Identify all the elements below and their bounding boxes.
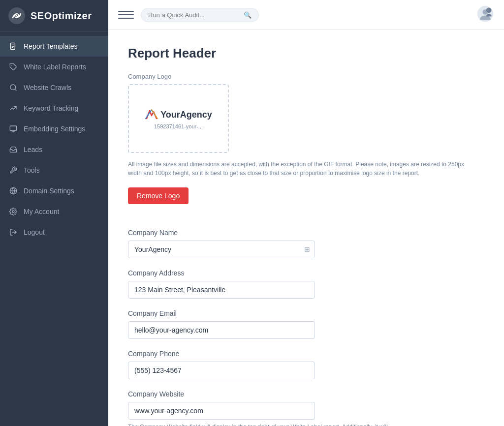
hamburger-line-3 — [118, 18, 134, 19]
log-out-icon — [9, 228, 18, 237]
hamburger-line-1 — [118, 11, 134, 12]
company-phone-group: Company Phone — [128, 350, 472, 379]
sidebar-item-my-account[interactable]: My Account — [0, 201, 108, 222]
company-phone-label: Company Phone — [128, 350, 472, 358]
agency-logo-mark — [145, 108, 158, 122]
sidebar-item-embedding-settings[interactable]: Embedding Settings — [0, 119, 108, 139]
svg-point-18 — [486, 7, 492, 13]
sidebar-label-my-account: My Account — [24, 208, 59, 215]
logo-upload-box[interactable]: YourAgency 1592371461-your-... — [128, 84, 229, 153]
sidebar-nav: Report Templates White Label Reports Web… — [0, 32, 108, 426]
sidebar-label-domain-settings: Domain Settings — [24, 187, 74, 195]
company-name-group: Company Name ⊞ — [128, 229, 472, 258]
globe-icon — [9, 186, 18, 195]
search-icon — [9, 83, 18, 92]
sidebar-item-keyword-tracking[interactable]: Keyword Tracking — [0, 98, 108, 119]
sidebar-logo[interactable]: SEOptimizer — [0, 0, 108, 32]
sidebar-item-leads[interactable]: Leads — [0, 139, 108, 160]
search-icon: 🔍 — [244, 11, 252, 19]
sidebar-item-website-crawls[interactable]: Website Crawls — [0, 77, 108, 98]
sidebar-label-embedding-settings: Embedding Settings — [24, 125, 85, 133]
company-address-group: Company Address — [128, 269, 472, 299]
company-website-label: Company Website — [128, 390, 472, 398]
input-icon-company-name: ⊞ — [304, 245, 310, 253]
topbar-right — [476, 5, 494, 25]
page-title: Report Header — [128, 46, 472, 61]
sidebar-label-keyword-tracking: Keyword Tracking — [24, 104, 78, 112]
company-name-input[interactable] — [128, 241, 315, 258]
company-logo-section: Company Logo YourAgency 1592371461-your-… — [128, 73, 472, 218]
user-avatar-icon[interactable] — [476, 5, 494, 23]
logo-svg-container: YourAgency — [145, 108, 212, 122]
svg-point-14 — [12, 211, 14, 213]
main-content: 🔍 Report Header Company Logo — [108, 0, 504, 426]
logo-info-text: All image file sizes and dimensions are … — [128, 160, 472, 178]
logo-section-label: Company Logo — [128, 73, 472, 80]
search-bar[interactable]: 🔍 — [141, 8, 259, 22]
svg-rect-9 — [10, 126, 16, 130]
sidebar: SEOptimizer Report Templates White Label… — [0, 0, 108, 426]
menu-toggle-button[interactable] — [118, 7, 134, 23]
topbar: 🔍 — [108, 0, 504, 30]
website-footer-note: The Company Website field will display i… — [128, 423, 389, 426]
remove-logo-button[interactable]: Remove Logo — [128, 187, 189, 204]
sidebar-label-website-crawls: Website Crawls — [24, 84, 71, 91]
brand-name: SEOptimizer — [31, 10, 92, 22]
seoptimer-logo-icon — [8, 7, 26, 25]
edit-icon — [9, 104, 18, 113]
sidebar-label-logout: Logout — [24, 228, 45, 236]
sidebar-item-domain-settings[interactable]: Domain Settings — [0, 181, 108, 201]
tag-icon — [9, 62, 18, 71]
company-website-input[interactable] — [128, 402, 315, 420]
settings-icon — [9, 207, 18, 216]
company-website-group: Company Website The Company Website fiel… — [128, 390, 472, 426]
file-text-icon — [9, 42, 18, 51]
sidebar-item-logout[interactable]: Logout — [0, 222, 108, 243]
company-name-input-wrapper: ⊞ — [128, 241, 315, 258]
sidebar-item-white-label-reports[interactable]: White Label Reports — [0, 57, 108, 77]
tool-icon — [9, 166, 18, 175]
logo-filename: 1592371461-your-... — [154, 123, 203, 129]
company-email-input[interactable] — [128, 321, 315, 339]
svg-line-8 — [15, 89, 16, 91]
company-name-label: Company Name — [128, 229, 472, 237]
sidebar-label-white-label-reports: White Label Reports — [24, 63, 86, 71]
sidebar-label-report-templates: Report Templates — [24, 42, 77, 50]
sidebar-label-leads: Leads — [24, 146, 42, 153]
sidebar-item-report-templates[interactable]: Report Templates — [0, 36, 108, 57]
company-address-input[interactable] — [128, 281, 315, 299]
logo-preview: YourAgency 1592371461-your-... — [145, 108, 212, 129]
agency-logo-text: YourAgency — [160, 110, 212, 120]
hamburger-line-2 — [118, 14, 134, 15]
monitor-icon — [9, 124, 18, 133]
sidebar-label-tools: Tools — [24, 166, 40, 174]
company-phone-input[interactable] — [128, 362, 315, 379]
sidebar-item-tools[interactable]: Tools — [0, 160, 108, 181]
company-email-label: Company Email — [128, 309, 472, 317]
search-input[interactable] — [148, 11, 241, 19]
page-content: Report Header Company Logo YourAgency — [108, 30, 492, 426]
company-email-group: Company Email — [128, 309, 472, 339]
company-address-label: Company Address — [128, 269, 472, 277]
inbox-icon — [9, 145, 18, 154]
